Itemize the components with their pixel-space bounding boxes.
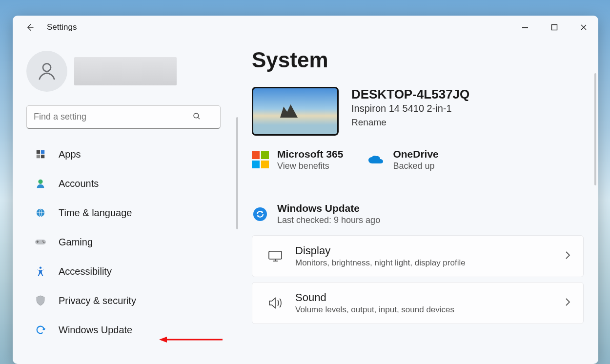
accessibility-icon: [33, 266, 48, 277]
shield-icon: [33, 295, 48, 306]
arrow-left-icon: [25, 22, 35, 32]
close-icon: [580, 24, 587, 31]
card-display[interactable]: Display Monitors, brightness, night ligh…: [252, 235, 584, 277]
svg-point-8: [38, 180, 42, 184]
tile-subtitle: View benefits: [277, 161, 343, 171]
card-title: Display: [295, 244, 565, 257]
accounts-icon: [33, 178, 48, 189]
close-button[interactable]: [569, 18, 598, 37]
tile-subtitle: Last checked: 9 hours ago: [277, 215, 380, 225]
card-subtitle: Volume levels, output, input, sound devi…: [295, 305, 565, 315]
profile-name-redacted: [74, 57, 177, 85]
search-input[interactable]: [26, 105, 221, 129]
sidebar-item-gaming[interactable]: Gaming: [26, 227, 224, 257]
window-title: Settings: [47, 22, 77, 32]
tile-title: OneDrive: [393, 148, 438, 160]
titlebar: Settings: [13, 16, 598, 39]
microsoft-logo-icon: [252, 152, 268, 168]
person-icon: [36, 60, 58, 82]
wallpaper-thumbnail[interactable]: [252, 87, 339, 136]
search-icon: [192, 112, 201, 122]
window-controls: [510, 18, 598, 37]
maximize-button[interactable]: [540, 18, 569, 37]
device-summary: DESKTOP-4L537JQ Inspiron 14 5410 2-in-1 …: [252, 87, 584, 136]
minimize-icon: [522, 24, 529, 31]
gamepad-icon: [33, 238, 48, 246]
tile-microsoft365[interactable]: Microsoft 365 View benefits: [252, 148, 343, 171]
tile-windows-update[interactable]: Windows Update Last checked: 9 hours ago: [252, 202, 584, 225]
svg-rect-17: [269, 251, 282, 259]
page-title: System: [252, 48, 584, 72]
onedrive-icon: [367, 152, 384, 168]
device-name: DESKTOP-4L537JQ: [351, 87, 469, 102]
device-model: Inspiron 14 5410 2-in-1: [351, 103, 469, 114]
svg-point-2: [43, 63, 51, 71]
sidebar-item-accessibility[interactable]: Accessibility: [26, 257, 224, 286]
sidebar-item-accounts[interactable]: Accounts: [26, 169, 224, 198]
display-icon: [265, 250, 285, 262]
sidebar-item-privacy-security[interactable]: Privacy & security: [26, 286, 224, 315]
main-content: System DESKTOP-4L537JQ Inspiron 14 5410 …: [237, 39, 598, 364]
tile-title: Microsoft 365: [277, 148, 343, 160]
sidebar-item-time-language[interactable]: Time & language: [26, 198, 224, 227]
avatar: [26, 51, 67, 92]
globe-clock-icon: [33, 207, 48, 218]
card-title: Sound: [295, 291, 565, 304]
settings-cards: Display Monitors, brightness, night ligh…: [252, 235, 584, 324]
tile-subtitle: Backed up: [393, 161, 438, 171]
chevron-right-icon: [565, 251, 570, 262]
profile-block[interactable]: [26, 51, 224, 92]
chevron-right-icon: [565, 298, 570, 308]
sidebar-item-label: Time & language: [59, 207, 132, 219]
settings-window: Settings: [13, 16, 598, 364]
svg-point-11: [42, 241, 44, 242]
svg-point-16: [253, 207, 267, 221]
sidebar-item-apps[interactable]: Apps: [26, 140, 224, 169]
maximize-icon: [551, 24, 558, 31]
status-tiles: Microsoft 365 View benefits OneDrive Bac…: [252, 148, 584, 225]
sidebar-item-label: Privacy & security: [59, 295, 136, 306]
minimize-button[interactable]: [510, 18, 540, 37]
sidebar-item-label: Windows Update: [59, 324, 132, 336]
svg-rect-1: [552, 25, 557, 30]
sound-icon: [265, 297, 285, 309]
svg-point-3: [194, 113, 199, 118]
svg-point-12: [43, 242, 45, 243]
windows-update-icon: [252, 206, 268, 222]
svg-rect-7: [41, 155, 44, 158]
svg-rect-6: [37, 155, 40, 158]
svg-rect-4: [37, 150, 40, 154]
search-box[interactable]: [26, 105, 224, 129]
svg-rect-5: [41, 150, 44, 154]
sidebar-item-label: Gaming: [59, 237, 93, 248]
rename-link[interactable]: Rename: [351, 117, 469, 128]
nav-list: Apps Accounts Time & language: [26, 140, 224, 344]
card-sound[interactable]: Sound Volume levels, output, input, soun…: [252, 282, 584, 324]
tile-title: Windows Update: [277, 202, 380, 214]
sidebar-item-label: Accessibility: [59, 266, 112, 277]
main-scrollbar[interactable]: [594, 73, 596, 185]
sidebar-item-windows-update[interactable]: Windows Update: [26, 315, 224, 344]
card-subtitle: Monitors, brightness, night light, displ…: [295, 258, 565, 268]
sidebar-item-label: Accounts: [59, 178, 99, 189]
svg-rect-0: [522, 27, 528, 28]
back-button[interactable]: [21, 19, 38, 36]
apps-icon: [33, 149, 48, 160]
svg-point-13: [40, 266, 41, 268]
update-icon: [33, 324, 48, 335]
sidebar: Apps Accounts Time & language: [13, 39, 237, 364]
tile-onedrive[interactable]: OneDrive Backed up: [367, 148, 438, 171]
sidebar-item-label: Apps: [59, 149, 81, 160]
